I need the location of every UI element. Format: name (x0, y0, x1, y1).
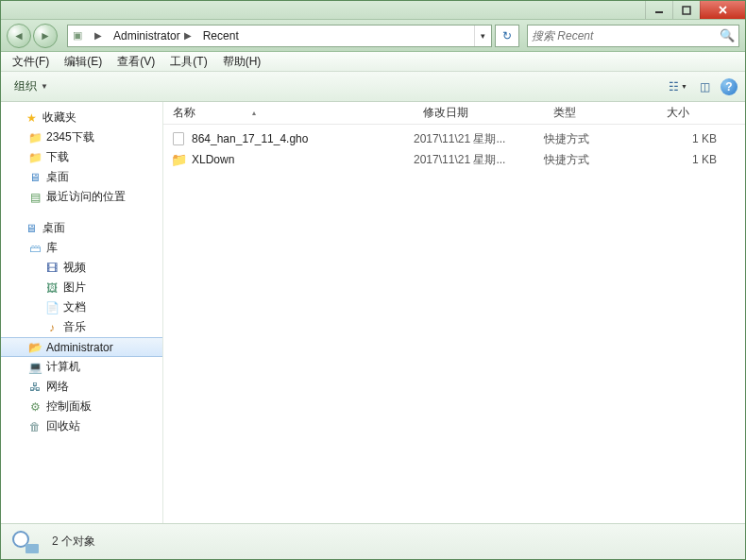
file-size: 1 KB (657, 153, 745, 166)
menu-tools[interactable]: 工具(T) (162, 52, 214, 72)
search-input[interactable] (532, 29, 720, 42)
preview-pane-button[interactable]: ◫ (692, 76, 717, 97)
status-count: 2 个对象 (52, 534, 95, 550)
sidebar-item-computer[interactable]: 💻计算机 (1, 357, 162, 377)
sidebar-item-label: 下载 (46, 149, 69, 165)
sidebar-item-label: 控制面板 (46, 399, 92, 415)
folder-icon: 📁 (27, 150, 42, 165)
body: ★收藏夹 📁2345下载 📁下载 🖥桌面 ▤最近访问的位置 🖥桌面 🗃库 🎞视频… (1, 102, 745, 523)
sidebar-item-recent[interactable]: ▤最近访问的位置 (1, 187, 162, 207)
sidebar-library[interactable]: 🗃库 (1, 238, 162, 258)
svg-rect-1 (683, 7, 690, 14)
list-item[interactable]: 📁XLDown 2017\11\21 星期... 快捷方式 1 KB (163, 149, 745, 170)
menu-help[interactable]: 帮助(H) (215, 52, 269, 72)
sidebar-item-label: 网络 (46, 379, 69, 395)
address-dropdown[interactable]: ▾ (474, 25, 491, 46)
computer-icon: 💻 (27, 360, 42, 375)
sidebar-favorites-label: 收藏夹 (42, 110, 76, 126)
sidebar-item-pictures[interactable]: 🖼图片 (1, 278, 162, 297)
user-folder-icon: 📂 (27, 340, 42, 355)
sidebar: ★收藏夹 📁2345下载 📁下载 🖥桌面 ▤最近访问的位置 🖥桌面 🗃库 🎞视频… (1, 102, 163, 523)
control-panel-icon: ⚙ (27, 399, 42, 415)
file-name: XLDown (192, 153, 234, 166)
chevron-down-icon: ▼ (681, 83, 687, 90)
sidebar-item-video[interactable]: 🎞视频 (1, 258, 162, 278)
sidebar-item-2345download[interactable]: 📁2345下载 (1, 127, 162, 147)
titlebar (1, 1, 745, 20)
navbar: ◄ ► ▣ ▶ Administrator▶ Recent ▾ ↻ 🔍 (1, 20, 745, 52)
menubar: 文件(F) 编辑(E) 查看(V) 工具(T) 帮助(H) (1, 52, 745, 72)
file-type: 快捷方式 (544, 131, 657, 147)
organize-label: 组织 (14, 78, 37, 94)
svg-rect-0 (655, 11, 663, 13)
sidebar-desktop-root[interactable]: 🖥桌面 (1, 218, 162, 238)
breadcrumb-seg2[interactable]: Recent (199, 25, 243, 46)
search-box[interactable]: 🔍 (527, 25, 739, 47)
sidebar-item-desktop[interactable]: 🖥桌面 (1, 167, 162, 187)
sidebar-item-cpanel[interactable]: ⚙控制面板 (1, 397, 162, 416)
sidebar-item-label: 文档 (63, 299, 86, 315)
sidebar-item-documents[interactable]: 📄文档 (1, 297, 162, 317)
desktop-icon: 🖥 (24, 221, 39, 236)
list-view-icon: ☷ (669, 80, 679, 93)
maximize-button[interactable] (672, 1, 700, 19)
close-button[interactable] (700, 1, 745, 19)
sidebar-item-label: 2345下载 (46, 129, 94, 145)
file-date: 2017\11\21 星期... (414, 152, 544, 168)
menu-file[interactable]: 文件(F) (5, 52, 57, 72)
file-name: 864_han_17_11_4.gho (192, 132, 308, 145)
breadcrumb-root[interactable]: ▶ (87, 25, 110, 46)
view-mode-button[interactable]: ☷▼ (666, 76, 690, 97)
sidebar-item-label: 桌面 (46, 169, 69, 185)
library-icon: 🗃 (27, 241, 42, 256)
sidebar-item-label: 音乐 (63, 319, 86, 335)
column-type[interactable]: 类型 (544, 102, 657, 124)
sort-ascending-icon: ▴ (252, 109, 256, 117)
organize-button[interactable]: 组织 ▼ (8, 76, 54, 97)
status-icon (10, 529, 41, 555)
sidebar-library-label: 库 (46, 240, 58, 256)
video-icon: 🎞 (44, 261, 59, 276)
sidebar-item-label: 计算机 (46, 359, 80, 375)
picture-icon: 🖼 (44, 280, 59, 296)
sidebar-item-label: Administrator (46, 341, 113, 354)
document-icon: 📄 (44, 300, 59, 315)
menu-edit[interactable]: 编辑(E) (57, 52, 110, 72)
sidebar-favorites[interactable]: ★收藏夹 (1, 108, 162, 127)
music-icon: ♪ (44, 320, 59, 335)
file-date: 2017\11\21 星期... (414, 131, 544, 147)
sidebar-item-label: 回收站 (46, 418, 80, 434)
statusbar: 2 个对象 (1, 523, 745, 559)
help-button[interactable]: ? (721, 78, 738, 95)
sidebar-item-administrator[interactable]: 📂Administrator (1, 337, 162, 357)
refresh-button[interactable]: ↻ (495, 25, 519, 47)
breadcrumb-seg2-label: Recent (203, 29, 239, 42)
minimize-button[interactable] (645, 1, 672, 19)
search-icon: 🔍 (720, 28, 735, 42)
list-item[interactable]: 864_han_17_11_4.gho 2017\11\21 星期... 快捷方… (163, 128, 745, 149)
sidebar-item-recycle[interactable]: 🗑回收站 (1, 416, 162, 436)
sidebar-item-label: 图片 (63, 280, 86, 296)
column-headers: 名称▴ 修改日期 类型 大小 (163, 102, 745, 125)
column-size[interactable]: 大小 (657, 102, 745, 124)
address-icon: ▣ (68, 29, 87, 42)
address-bar[interactable]: ▣ ▶ Administrator▶ Recent ▾ (67, 25, 492, 47)
back-button[interactable]: ◄ (7, 24, 31, 48)
forward-button[interactable]: ► (33, 24, 58, 48)
column-name[interactable]: 名称▴ (163, 102, 414, 124)
column-name-label: 名称 (173, 105, 195, 121)
sidebar-item-music[interactable]: ♪音乐 (1, 317, 162, 337)
menu-view[interactable]: 查看(V) (110, 52, 162, 72)
chevron-down-icon: ▼ (41, 82, 48, 91)
recent-icon: ▤ (27, 190, 42, 205)
preview-pane-icon: ◫ (700, 80, 710, 93)
toolbar: 组织 ▼ ☷▼ ◫ ? (1, 72, 745, 102)
sidebar-item-label: 视频 (63, 260, 86, 276)
sidebar-item-network[interactable]: 🖧网络 (1, 377, 162, 397)
file-list: 864_han_17_11_4.gho 2017\11\21 星期... 快捷方… (163, 125, 745, 170)
breadcrumb-seg1-label: Administrator (113, 29, 180, 42)
breadcrumb-seg1[interactable]: Administrator▶ (110, 25, 199, 46)
sidebar-item-label: 最近访问的位置 (46, 189, 126, 205)
column-date[interactable]: 修改日期 (414, 102, 544, 124)
sidebar-item-downloads[interactable]: 📁下载 (1, 147, 162, 167)
